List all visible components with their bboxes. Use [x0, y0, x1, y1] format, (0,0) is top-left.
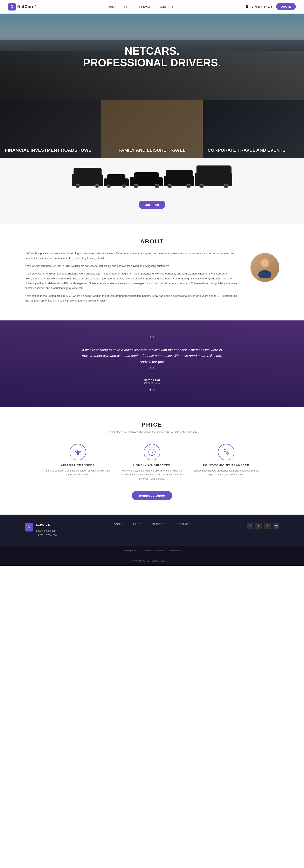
testimonial-role: CFO, Square	[144, 382, 160, 385]
svg-point-7	[226, 452, 228, 455]
svg-point-1	[258, 270, 271, 278]
service-label-family: FAMILY AND LEISURE TRAVEL	[106, 148, 198, 153]
nav-contact[interactable]: CONTACT	[160, 5, 173, 8]
footer-link-services[interactable]: SERVICES	[153, 523, 166, 526]
vehicle-bus	[195, 173, 232, 186]
about-para-4: Andy settled in the Boston area in 2009,…	[25, 293, 240, 303]
airport-title: AIRPORT TRANSFER	[45, 464, 111, 467]
our-fleet-button[interactable]: Our Fleet	[139, 201, 165, 209]
about-content: NetCars is a private car service for dis…	[25, 251, 279, 306]
hourly-title: HOURLY AS-DIRECTED	[119, 464, 185, 467]
footer-socials: in f t 📷	[247, 523, 279, 529]
navbar: N NetCars® ABOUT FLEET SERVICES CONTACT …	[0, 0, 304, 13]
svg-point-2	[261, 259, 269, 267]
price-section: PRICE NetCars fees are calculated based …	[0, 407, 304, 515]
service-panel-financial: FINANCIAL INVESTMENT ROADSHOWS	[0, 100, 101, 158]
point-icon	[218, 444, 234, 460]
airport-desc: Service between a commercial airport or …	[45, 469, 111, 477]
testimonial-dots	[149, 389, 155, 391]
nav-fleet[interactable]: FLEET	[124, 5, 133, 8]
price-card-hourly: HOURLY AS-DIRECTED Hourly service, eithe…	[119, 444, 185, 481]
nav-links: ABOUT FLEET SERVICES CONTACT	[108, 5, 173, 9]
location-icon	[222, 448, 230, 456]
price-card-airport: AIRPORT TRANSFER Service between a comme…	[45, 444, 111, 481]
avatar-image	[257, 257, 273, 278]
about-avatar	[250, 253, 279, 282]
social-instagram[interactable]: 📷	[273, 523, 279, 529]
about-para-1: NetCars is a private car service for dis…	[25, 251, 240, 261]
logo[interactable]: N NetCars®	[8, 3, 36, 10]
social-twitter[interactable]: t	[264, 523, 271, 529]
footer-bottom-links: Privacy Policy Terms & Conditions Feedba…	[25, 549, 279, 552]
fleet-vehicles	[72, 173, 232, 188]
nav-right: 📱 +1 (781) 775-4236 QUOTE	[245, 3, 296, 10]
vehicle-sedan2	[130, 177, 163, 186]
hero-content: NETCARS. PROFESSIONAL DRIVERS.	[83, 45, 221, 69]
vehicle-van	[72, 174, 103, 186]
service-label-financial: FINANCIAL INVESTMENT ROADSHOWS	[5, 148, 92, 153]
hero-section: NETCARS. PROFESSIONAL DRIVERS.	[0, 13, 304, 100]
price-cards: AIRPORT TRANSFER Service between a comme…	[25, 444, 279, 481]
price-title: PRICE	[25, 422, 279, 428]
about-para-3: Andy grew up in northwest London, Englan…	[25, 271, 240, 290]
phone-icon: 📱	[245, 5, 248, 8]
footer-nav: ABOUT FLEET SERVICES CONTACT	[113, 523, 190, 526]
footer-logo-icon: N	[25, 523, 33, 531]
footer-phone: +1 (781) 775-4236	[36, 533, 57, 538]
quote-button[interactable]: QUOTE	[276, 3, 296, 10]
privacy-policy-link[interactable]: Privacy Policy	[124, 549, 138, 552]
phone-number: 📱 +1 (781) 775-4236	[245, 5, 272, 8]
request-quote-button[interactable]: Request a Quote	[132, 491, 172, 500]
logo-icon: N	[8, 3, 15, 10]
about-text: NetCars is a private car service for dis…	[25, 251, 240, 306]
hourly-desc: Hourly service, either with a preset iti…	[119, 469, 185, 481]
price-subtitle: NetCars fees are calculated based on the…	[25, 431, 279, 434]
hero-title: NETCARS. PROFESSIONAL DRIVERS.	[83, 45, 221, 69]
price-card-point: POINT-TO-POINT TRANSFER Service between …	[193, 444, 259, 481]
vehicle-suv	[164, 176, 194, 186]
hourly-icon	[144, 444, 160, 460]
service-panel-family: FAMILY AND LEISURE TRAVEL	[101, 100, 203, 158]
footer-brand-name: NetCars Inc.	[36, 523, 57, 528]
copyright-text: © 2019 NetCars Inc. All Rights Reserved.	[25, 560, 279, 562]
footer-link-contact[interactable]: CONTACT	[177, 523, 190, 526]
footer-main: N NetCars Inc. info@netcars.com +1 (781)…	[0, 515, 304, 546]
service-panel-corporate: CORPORATE TRAVEL AND EVENTS	[203, 100, 304, 158]
social-linkedin[interactable]: in	[247, 523, 253, 529]
svg-point-6	[224, 450, 226, 452]
fleet-section: Our Fleet	[0, 158, 304, 224]
point-desc: Service between two predefined locations…	[193, 469, 259, 477]
footer-brand: N NetCars Inc. info@netcars.com +1 (781)…	[25, 523, 57, 538]
footer-link-fleet[interactable]: FLEET	[133, 523, 142, 526]
dot-1[interactable]	[149, 389, 151, 391]
footer-bottom: Privacy Policy Terms & Conditions Feedba…	[0, 546, 304, 566]
about-para-2: Andy Warner founded NetCars in 2014 to f…	[25, 264, 240, 268]
airport-icon	[70, 444, 86, 460]
point-title: POINT-TO-POINT TRANSFER	[193, 464, 259, 467]
footer-email: info@netcars.com	[36, 529, 57, 533]
service-panels: FINANCIAL INVESTMENT ROADSHOWS FAMILY AN…	[0, 100, 304, 158]
nav-about[interactable]: ABOUT	[108, 5, 118, 8]
social-facebook[interactable]: f	[256, 523, 262, 529]
brand-name: NetCars®	[17, 4, 36, 9]
vehicle-sedan1	[104, 179, 129, 186]
feedback-link[interactable]: Feedback	[170, 549, 180, 552]
svg-line-5	[152, 452, 154, 453]
testimonial-author: Sarah Friar	[144, 378, 160, 382]
testimonial-section: " It was refreshing to have a driver who…	[0, 320, 304, 407]
terms-link[interactable]: Terms & Conditions	[144, 549, 164, 552]
nav-services[interactable]: SERVICES	[139, 5, 154, 8]
quote-open-icon: "	[150, 337, 154, 343]
testimonial-text: It was refreshing to have a driver who w…	[80, 347, 224, 365]
service-label-corporate: CORPORATE TRAVEL AND EVENTS	[208, 148, 285, 153]
quote-close-icon: "	[150, 368, 154, 374]
plane-icon	[74, 448, 82, 456]
about-title: ABOUT	[25, 238, 279, 245]
dot-2[interactable]	[153, 389, 155, 391]
about-section: ABOUT NetCars is a private car service f…	[0, 224, 304, 320]
footer-brand-info: NetCars Inc. info@netcars.com +1 (781) 7…	[36, 523, 57, 538]
footer-link-about[interactable]: ABOUT	[113, 523, 123, 526]
clock-icon	[148, 448, 156, 456]
